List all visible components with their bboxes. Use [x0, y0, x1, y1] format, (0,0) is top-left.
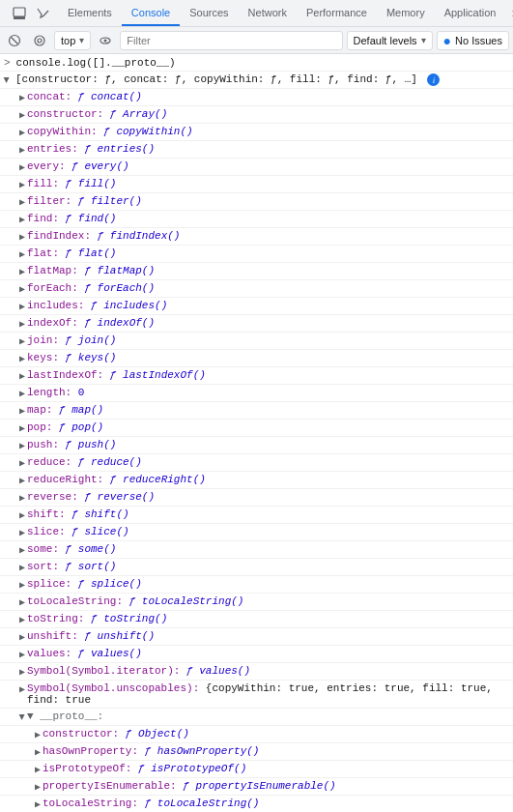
proto-entry: ▶ ▼ __proto__:: [0, 709, 513, 726]
more-tabs-button[interactable]: »: [505, 6, 513, 21]
property-entry: ▶flat: ƒ flat(): [0, 246, 513, 263]
property-expand-arrow[interactable]: ▶: [19, 283, 25, 295]
property-value: ƒ reverse(): [84, 491, 155, 503]
property-expand-arrow[interactable]: ▶: [19, 214, 25, 225]
property-value: ƒ reduceRight(): [110, 474, 206, 485]
property-expand-arrow[interactable]: ▶: [19, 614, 25, 625]
property-key: shift:: [27, 508, 71, 520]
property-expand-arrow[interactable]: ▶: [19, 231, 25, 243]
property-expand-arrow[interactable]: ▶: [19, 544, 25, 556]
svg-rect-0: [14, 8, 25, 16]
property-content: reverse: ƒ reverse(): [27, 491, 155, 503]
property-expand-arrow[interactable]: ▶: [19, 666, 25, 678]
tab-memory[interactable]: Memory: [377, 0, 435, 26]
filter-input[interactable]: [127, 35, 335, 46]
tab-elements[interactable]: Elements: [58, 0, 122, 26]
eye-icon[interactable]: [95, 30, 116, 51]
inspect-icon[interactable]: [33, 4, 52, 23]
property-content: toString: ƒ toString(): [27, 613, 167, 624]
property-key: reverse:: [27, 491, 84, 503]
property-entry: ▶lastIndexOf: ƒ lastIndexOf(): [0, 367, 513, 385]
svg-point-5: [38, 39, 42, 43]
property-entry: ▶forEach: ƒ forEach(): [0, 280, 513, 298]
proto-expand-arrow[interactable]: ▶: [16, 714, 28, 720]
property-expand-arrow[interactable]: ▶: [19, 161, 25, 173]
property-value: ƒ flatMap(): [84, 265, 155, 276]
property-key: values:: [27, 648, 78, 659]
tab-application[interactable]: Application: [435, 0, 506, 26]
property-content: flatMap: ƒ flatMap(): [27, 265, 155, 276]
property-expand-arrow[interactable]: ▶: [19, 179, 25, 190]
log-levels-dropdown[interactable]: Default levels ▾: [347, 31, 433, 50]
property-key: unshift:: [27, 630, 84, 642]
root-expand-arrow[interactable]: ▶: [1, 77, 13, 83]
property-expand-arrow[interactable]: ▶: [19, 475, 25, 486]
context-chevron-icon: ▾: [79, 35, 84, 45]
property-expand-arrow[interactable]: ▶: [19, 440, 25, 451]
property-expand-arrow[interactable]: ▶: [19, 562, 25, 573]
dock-icon[interactable]: [10, 4, 29, 23]
property-expand-arrow[interactable]: ▶: [19, 196, 25, 208]
proto-property-entry: ▶toLocaleString: ƒ toLocaleString(): [0, 796, 513, 812]
property-expand-arrow[interactable]: ▶: [19, 509, 25, 521]
property-expand-arrow[interactable]: ▶: [19, 92, 25, 103]
property-expand-arrow[interactable]: ▶: [19, 127, 25, 138]
proto-property-expand-arrow[interactable]: ▶: [35, 746, 41, 758]
info-icon[interactable]: i: [427, 73, 440, 86]
property-expand-arrow[interactable]: ▶: [19, 318, 25, 330]
property-key: keys:: [27, 352, 66, 363]
property-entry: ▶map: ƒ map(): [0, 402, 513, 420]
property-expand-arrow[interactable]: ▶: [19, 596, 25, 608]
tab-network[interactable]: Network: [239, 0, 297, 26]
property-entry: ▶sort: ƒ sort(): [0, 559, 513, 576]
tab-console[interactable]: Console: [122, 0, 180, 26]
property-expand-arrow[interactable]: ▶: [19, 144, 25, 156]
property-expand-arrow[interactable]: ▶: [19, 457, 25, 469]
property-key: pop:: [27, 421, 59, 433]
property-expand-arrow[interactable]: ▶: [19, 527, 25, 538]
tab-sources[interactable]: Sources: [180, 0, 238, 26]
property-content: splice: ƒ splice(): [27, 578, 142, 590]
property-expand-arrow[interactable]: ▶: [19, 388, 25, 399]
svg-line-3: [12, 37, 18, 44]
context-selector[interactable]: top ▾: [54, 31, 91, 50]
property-value: ƒ pop(): [59, 421, 103, 433]
property-expand-arrow[interactable]: ▶: [19, 301, 25, 312]
property-expand-arrow[interactable]: ▶: [19, 405, 25, 417]
tab-performance[interactable]: Performance: [297, 0, 377, 26]
property-expand-arrow[interactable]: ▶: [19, 579, 25, 591]
property-expand-arrow[interactable]: ▶: [19, 422, 25, 434]
property-content: pop: ƒ pop(): [27, 421, 103, 433]
property-value: ƒ fill(): [66, 178, 117, 189]
property-expand-arrow[interactable]: ▶: [19, 649, 25, 660]
filter-icon[interactable]: [29, 30, 50, 51]
property-expand-arrow[interactable]: ▶: [19, 492, 25, 504]
property-expand-arrow[interactable]: ▶: [19, 109, 25, 121]
property-content: indexOf: ƒ indexOf(): [27, 317, 155, 329]
proto-property-expand-arrow[interactable]: ▶: [35, 781, 41, 793]
property-value: ƒ sort(): [66, 561, 117, 572]
property-expand-arrow[interactable]: ▶: [19, 353, 25, 364]
no-issues-button[interactable]: ● No Issues: [437, 31, 509, 50]
proto-property-expand-arrow[interactable]: ▶: [35, 729, 41, 740]
clear-console-icon[interactable]: [4, 30, 25, 51]
property-value: ƒ toString(): [91, 613, 167, 624]
property-expand-arrow[interactable]: ▶: [19, 266, 25, 277]
proto-property-value: ƒ Object(): [126, 728, 189, 740]
property-value: ƒ reduce(): [78, 456, 142, 468]
property-expand-arrow[interactable]: ▶: [19, 683, 25, 695]
property-expand-arrow[interactable]: ▶: [19, 335, 25, 347]
proto-property-key: propertyIsEnumerable:: [43, 780, 183, 792]
property-key: map:: [27, 404, 59, 416]
proto-property-expand-arrow[interactable]: ▶: [35, 764, 41, 775]
proto-property-expand-arrow[interactable]: ▶: [35, 798, 41, 810]
property-expand-arrow[interactable]: ▶: [19, 248, 25, 260]
property-entry: ▶find: ƒ find(): [0, 211, 513, 228]
property-expand-arrow[interactable]: ▶: [19, 370, 25, 382]
property-entry: ▶push: ƒ push(): [0, 437, 513, 454]
property-value: ƒ find(): [66, 213, 117, 224]
property-entry: ▶reduceRight: ƒ reduceRight(): [0, 472, 513, 489]
property-key: reduceRight:: [27, 474, 110, 485]
property-value: ƒ includes(): [91, 300, 167, 311]
property-expand-arrow[interactable]: ▶: [19, 631, 25, 643]
